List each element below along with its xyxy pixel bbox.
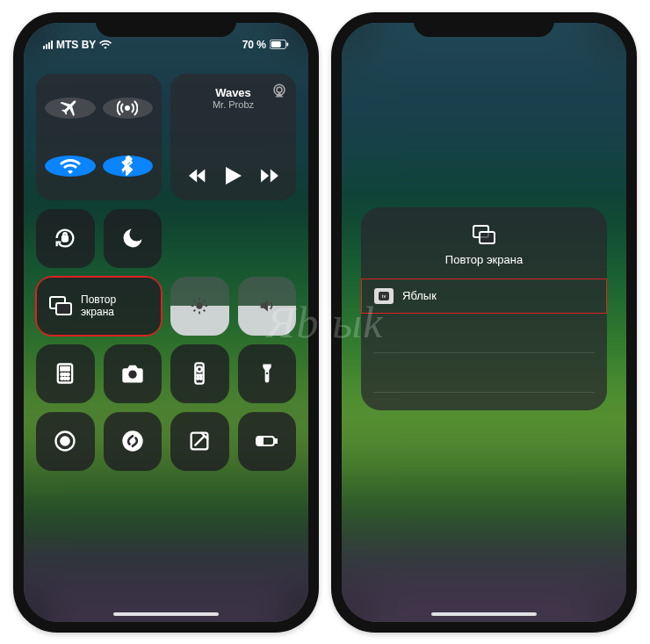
svg-point-24	[200, 378, 202, 380]
svg-point-12	[61, 373, 63, 375]
svg-point-17	[68, 378, 69, 380]
screen-left: MTS BY 70 %	[24, 23, 308, 622]
mirror-panel-title: Повтор экрана	[361, 253, 607, 266]
home-indicator[interactable]	[113, 612, 219, 616]
screen-mirroring-icon	[473, 223, 495, 246]
phone-frame-left: MTS BY 70 %	[13, 12, 319, 633]
volume-icon	[257, 296, 277, 315]
wifi-button[interactable]	[45, 156, 96, 177]
now-playing-tile[interactable]: Waves Mr. Probz	[170, 74, 296, 200]
screen-mirroring-panel: Повтор экрана tv Яблык	[361, 207, 607, 410]
svg-point-28	[122, 431, 142, 451]
bluetooth-button[interactable]	[103, 156, 154, 177]
device-name-label: Яблык	[402, 289, 437, 302]
svg-point-9	[197, 302, 203, 308]
shazam-button[interactable]	[104, 412, 162, 471]
svg-rect-11	[61, 367, 69, 371]
low-power-mode-button[interactable]	[238, 412, 297, 471]
quick-note-button[interactable]	[170, 412, 229, 471]
brightness-slider[interactable]	[170, 277, 228, 336]
svg-point-20	[197, 366, 202, 372]
airplay-device-row[interactable]: tv Яблык	[361, 279, 607, 314]
mirror-panel-header: Повтор экрана	[361, 207, 607, 279]
svg-rect-2	[286, 42, 288, 46]
svg-rect-31	[275, 439, 277, 443]
camera-button[interactable]	[104, 344, 162, 403]
svg-point-16	[64, 378, 66, 380]
svg-rect-1	[271, 41, 281, 47]
screen-mirror-label-1: Повтор	[81, 293, 116, 306]
battery-icon	[270, 40, 289, 49]
svg-point-3	[126, 106, 129, 110]
svg-rect-6	[62, 236, 68, 242]
svg-point-18	[128, 371, 136, 379]
battery-pct-label: 70 %	[242, 39, 266, 51]
svg-point-25	[266, 373, 268, 374]
notch	[414, 12, 554, 37]
track-title: Waves	[213, 86, 254, 100]
svg-point-22	[200, 374, 202, 376]
svg-point-14	[68, 373, 69, 375]
empty-row	[361, 353, 607, 392]
play-button[interactable]	[226, 167, 242, 185]
airplane-mode-button[interactable]	[45, 98, 96, 119]
separator	[373, 392, 595, 393]
brightness-icon	[190, 296, 209, 315]
wifi-status-icon	[99, 40, 112, 49]
airplay-audio-icon[interactable]	[271, 83, 287, 102]
cellular-signal-icon	[43, 40, 53, 49]
screen-right: Повтор экрана tv Яблык	[342, 23, 626, 622]
airdrop-button[interactable]	[103, 98, 154, 119]
track-artist: Mr. Probz	[213, 99, 254, 110]
screen-record-button[interactable]	[36, 412, 95, 471]
svg-point-13	[64, 373, 66, 375]
screen-mirroring-button[interactable]: Повтор экрана	[36, 277, 162, 336]
apple-tv-icon: tv	[374, 288, 394, 304]
svg-point-21	[198, 374, 199, 376]
previous-track-button[interactable]	[189, 169, 206, 183]
svg-rect-8	[56, 303, 71, 315]
svg-point-23	[198, 378, 199, 380]
empty-row	[361, 314, 607, 352]
connectivity-group[interactable]	[36, 74, 162, 200]
control-center: Waves Mr. Probz	[24, 23, 308, 622]
svg-point-5	[277, 87, 282, 92]
volume-slider[interactable]	[238, 277, 296, 336]
screen-mirroring-icon	[49, 296, 72, 315]
svg-text:tv: tv	[382, 293, 386, 299]
orientation-lock-button[interactable]	[36, 209, 95, 268]
flashlight-button[interactable]	[238, 344, 297, 403]
phone-frame-right: Повтор экрана tv Яблык	[331, 12, 637, 633]
do-not-disturb-button[interactable]	[104, 209, 162, 268]
svg-rect-32	[258, 438, 263, 444]
next-track-button[interactable]	[261, 169, 278, 183]
screen-mirror-label-2: экрана	[81, 306, 116, 318]
svg-rect-34	[480, 232, 495, 243]
svg-point-27	[61, 437, 69, 445]
home-indicator[interactable]	[431, 612, 537, 616]
carrier-label: MTS BY	[56, 39, 96, 51]
calculator-button[interactable]	[36, 344, 95, 403]
notch	[96, 12, 236, 37]
svg-point-15	[61, 378, 63, 380]
apple-tv-remote-button[interactable]	[170, 344, 229, 403]
